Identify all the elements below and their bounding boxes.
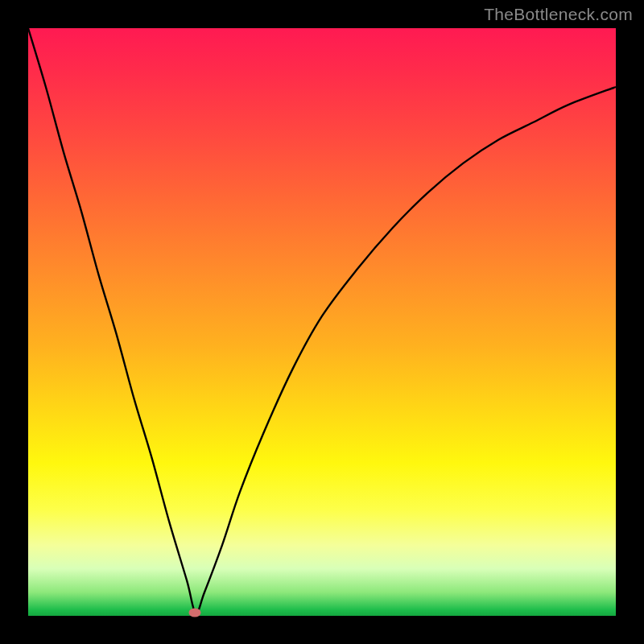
chart-frame: TheBottleneck.com xyxy=(0,0,644,644)
watermark-text: TheBottleneck.com xyxy=(484,5,633,24)
curve-path xyxy=(28,28,616,613)
bottleneck-curve xyxy=(28,28,616,616)
plot-area xyxy=(28,28,616,616)
optimal-point-marker xyxy=(188,609,200,617)
